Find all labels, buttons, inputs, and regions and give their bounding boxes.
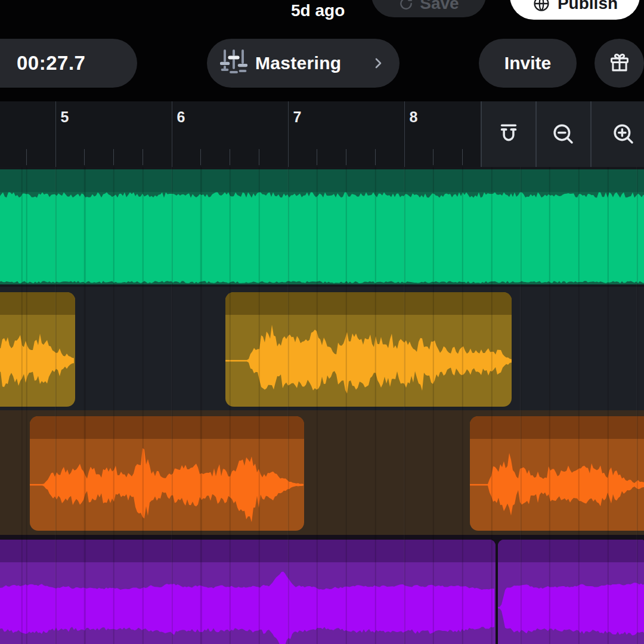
sync-icon xyxy=(398,0,414,11)
save-button[interactable]: Save xyxy=(371,0,486,17)
waveform xyxy=(498,540,644,644)
zoom-in-icon xyxy=(611,122,636,147)
time-value: 00:27.7 xyxy=(17,52,85,75)
time-display: 00:27.7 xyxy=(0,39,137,88)
zoom-out-icon xyxy=(551,122,576,147)
ruler-ticks[interactable]: 5678 xyxy=(0,101,481,167)
zoom-out-button[interactable] xyxy=(537,101,592,167)
ruler-toolbar xyxy=(481,101,644,167)
save-label: Save xyxy=(420,0,459,13)
track-yellow xyxy=(0,287,644,410)
track-green xyxy=(0,167,644,287)
invite-label: Invite xyxy=(504,53,551,73)
ruler-minor-tick xyxy=(143,149,143,165)
ruler-label: 6 xyxy=(177,109,185,126)
track-green-clip[interactable] xyxy=(0,169,644,284)
track-lanes xyxy=(0,167,644,644)
last-saved-status: 5d ago xyxy=(291,1,345,20)
ruler-minor-tick xyxy=(26,149,27,165)
ruler-minor-tick xyxy=(462,149,463,165)
studio-window: 5d ago Save Publish 00:27.7 xyxy=(0,0,644,644)
ruler-minor-tick xyxy=(375,149,376,165)
publish-button[interactable]: Publish xyxy=(510,0,640,20)
ruler-major-line xyxy=(55,101,56,167)
ruler-minor-tick xyxy=(346,149,346,165)
chevron-right-icon xyxy=(371,54,385,72)
snap-magnet-button[interactable] xyxy=(482,101,537,167)
ruler-minor-tick xyxy=(433,149,434,165)
ruler-minor-tick xyxy=(200,149,201,165)
waveform xyxy=(225,292,512,407)
track-purple-clip[interactable] xyxy=(0,540,496,644)
mixer-sliders-icon xyxy=(220,48,247,79)
ruler-minor-tick xyxy=(84,149,85,165)
ruler-label: 5 xyxy=(61,109,69,126)
gift-icon xyxy=(608,52,631,75)
track-yellow-clip[interactable] xyxy=(225,292,512,407)
waveform xyxy=(0,540,496,644)
waveform xyxy=(30,416,304,531)
mastering-button[interactable]: Mastering xyxy=(207,39,400,88)
timeline-ruler: 5678 xyxy=(0,101,644,167)
mastering-label: Mastering xyxy=(255,53,341,73)
gift-button[interactable] xyxy=(595,39,644,88)
globe-icon xyxy=(532,0,551,13)
ruler-major-line xyxy=(288,101,289,167)
ruler-minor-tick xyxy=(317,149,317,165)
track-orange-clip[interactable] xyxy=(30,416,304,531)
publish-label: Publish xyxy=(558,0,618,13)
ruler-minor-tick xyxy=(230,149,230,165)
invite-button[interactable]: Invite xyxy=(479,39,577,88)
waveform xyxy=(470,416,644,531)
track-yellow-clip[interactable] xyxy=(0,292,75,407)
ruler-major-line xyxy=(404,101,405,167)
ruler-major-line xyxy=(172,101,172,167)
top-bar: 5d ago Save Publish 00:27.7 xyxy=(0,0,644,101)
waveform xyxy=(0,292,75,407)
ruler-label: 8 xyxy=(410,109,418,126)
waveform xyxy=(0,169,644,284)
track-purple-clip[interactable] xyxy=(498,540,644,644)
zoom-in-button[interactable] xyxy=(592,101,644,167)
ruler-minor-tick xyxy=(259,149,259,165)
ruler-label: 7 xyxy=(293,109,302,126)
track-orange xyxy=(0,410,644,535)
track-purple xyxy=(0,535,644,644)
magnet-icon xyxy=(496,122,521,147)
ruler-minor-tick xyxy=(113,149,114,165)
track-orange-clip[interactable] xyxy=(470,416,644,531)
